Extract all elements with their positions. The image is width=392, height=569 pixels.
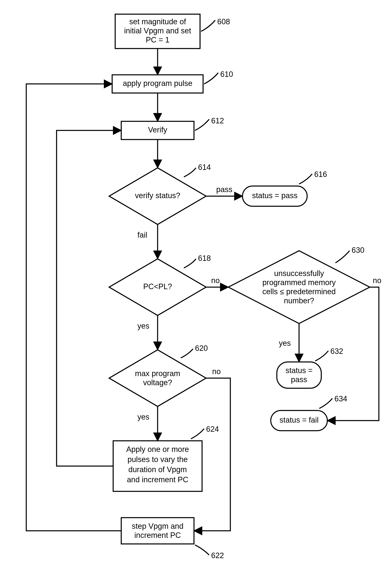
edge-622-610 <box>26 84 121 531</box>
node-620: max program voltage? 620 <box>109 344 208 407</box>
node-614: verify status? 614 <box>109 163 211 224</box>
node-614-line0: verify status? <box>135 191 180 200</box>
node-630: unsuccessfully programmed memory cells ≤… <box>228 246 370 323</box>
node-618: PC<PL? 618 <box>109 254 211 315</box>
svg-rect-11 <box>121 518 194 544</box>
ref-608: 608 <box>217 17 230 26</box>
node-634: status = fail 634 <box>271 394 347 431</box>
ref-610: 610 <box>220 70 233 78</box>
node-630-line1: programmed memory <box>262 278 336 287</box>
ref-632: 632 <box>330 347 343 355</box>
label-630-no: no <box>373 276 381 285</box>
node-622-line0: step Vpgm and <box>132 522 183 530</box>
label-620-no: no <box>212 367 221 376</box>
node-610-line0: apply program pulse <box>123 79 192 88</box>
ref-634: 634 <box>335 394 347 403</box>
node-624-line0: Apply one or more <box>126 445 189 453</box>
node-634-line0: status = fail <box>280 416 319 424</box>
flowchart: set magnitude of initial Vpgm and set PC… <box>0 0 392 569</box>
node-610: apply program pulse 610 <box>112 70 233 93</box>
node-622: step Vpgm and increment PC 622 <box>121 518 224 560</box>
node-618-line0: PC<PL? <box>143 282 172 291</box>
node-624: Apply one or more pulses to vary the dur… <box>113 425 219 491</box>
ref-630: 630 <box>351 246 364 254</box>
node-608-line2: PC = 1 <box>146 36 169 44</box>
ref-622: 622 <box>211 551 224 560</box>
node-632: status = pass 632 <box>277 347 343 388</box>
node-632-line1: pass <box>291 375 307 384</box>
node-624-line2: duration of Vpgm <box>128 465 187 474</box>
node-630-line2: cells ≤ predetermined <box>262 287 336 296</box>
node-616-line0: status = pass <box>252 191 298 200</box>
svg-marker-7 <box>109 350 206 407</box>
ref-612: 612 <box>211 117 224 125</box>
label-630-yes: yes <box>279 339 291 347</box>
node-624-line1: pulses to vary the <box>127 455 188 464</box>
label-614-pass: pass <box>216 185 232 194</box>
edge-624-612 <box>56 131 121 466</box>
ref-616: 616 <box>314 170 327 178</box>
node-630-line0: unsuccessfully <box>274 269 324 278</box>
ref-624: 624 <box>206 425 219 433</box>
svg-rect-8 <box>277 362 321 388</box>
label-620-yes: yes <box>137 413 149 421</box>
node-612-line0: Verify <box>148 126 167 134</box>
node-616: status = pass 616 <box>242 170 327 206</box>
ref-618: 618 <box>198 254 211 263</box>
node-608-line0: set magnitude of <box>129 17 186 26</box>
svg-marker-6 <box>228 251 370 323</box>
node-622-line1: increment PC <box>134 531 181 540</box>
node-608-line1: initial Vpgm and set <box>124 27 191 35</box>
ref-620: 620 <box>195 344 208 352</box>
label-618-no: no <box>211 276 220 285</box>
node-620-line1: voltage? <box>143 378 172 387</box>
ref-614: 614 <box>198 163 211 172</box>
node-630-line3: number? <box>284 296 314 305</box>
label-618-yes: yes <box>137 322 149 330</box>
node-632-line0: status = <box>285 366 313 375</box>
node-624-line3: and increment PC <box>127 475 188 484</box>
node-608: set magnitude of initial Vpgm and set PC… <box>115 14 230 48</box>
label-614-fail: fail <box>137 231 147 239</box>
node-620-line0: max program <box>135 369 180 378</box>
node-612: Verify 612 <box>121 117 224 140</box>
